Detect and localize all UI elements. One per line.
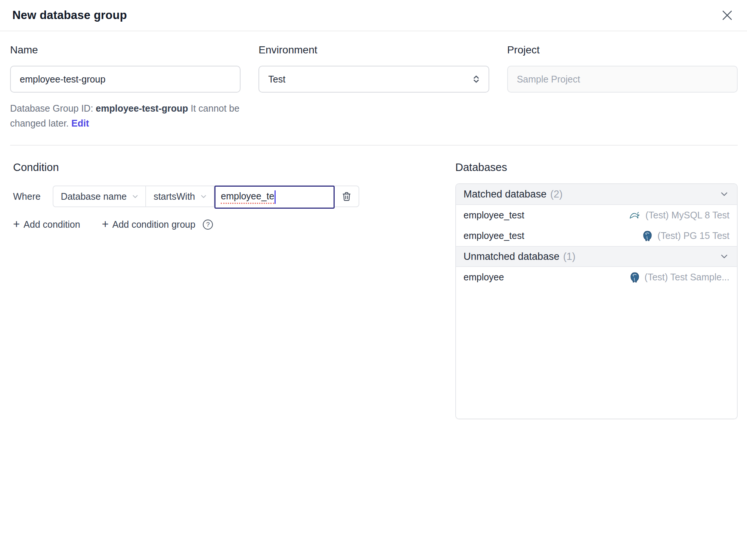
new-database-group-dialog: New database group Name Environment Test bbox=[0, 0, 747, 560]
condition-databases-row: Condition Where Database name bbox=[10, 161, 738, 560]
trash-icon bbox=[341, 191, 352, 202]
database-group-id-value: employee-test-group bbox=[96, 103, 188, 113]
add-condition-label: Add condition bbox=[24, 219, 80, 230]
condition-section: Condition Where Database name bbox=[10, 161, 440, 560]
dialog-title: New database group bbox=[12, 9, 127, 22]
matched-database-count: (2) bbox=[550, 189, 562, 200]
database-instance: (Test) MySQL 8 Test bbox=[645, 210, 729, 221]
database-instance: (Test) PG 15 Test bbox=[657, 230, 729, 241]
delete-condition-button[interactable] bbox=[335, 186, 359, 206]
project-field-group: Project bbox=[507, 44, 738, 93]
add-condition-group-label: Add condition group bbox=[112, 219, 195, 230]
environment-label: Environment bbox=[258, 44, 489, 56]
databases-section: Databases Matched database(2) bbox=[455, 161, 738, 560]
chevron-down-icon bbox=[719, 251, 729, 262]
database-name: employee_test bbox=[464, 230, 524, 241]
condition-value-text: employee_te bbox=[221, 191, 274, 204]
name-label: Name bbox=[10, 44, 241, 56]
condition-expression-group: Database name startsWith bbox=[53, 186, 360, 207]
up-down-chevrons-icon bbox=[471, 74, 481, 84]
condition-row: Where Database name startsWith bbox=[13, 186, 440, 207]
panel-empty-space bbox=[456, 287, 737, 419]
environment-selected-value: Test bbox=[268, 74, 285, 85]
section-divider bbox=[10, 145, 738, 146]
database-row: employee_test (Test) PG 15 Test bbox=[456, 225, 737, 246]
helper-prefix: Database Group ID: bbox=[10, 103, 96, 113]
mysql-icon bbox=[629, 210, 641, 221]
name-input[interactable] bbox=[10, 66, 241, 93]
database-group-id-helper: Database Group ID: employee-test-group I… bbox=[10, 101, 245, 131]
plus-icon: + bbox=[102, 218, 109, 230]
name-field-group: Name bbox=[10, 44, 241, 93]
chevron-down-icon bbox=[719, 189, 729, 199]
unmatched-database-label: Unmatched database bbox=[464, 251, 560, 262]
matched-database-label: Matched database bbox=[464, 189, 546, 200]
unmatched-database-count: (1) bbox=[563, 251, 576, 262]
database-row: employee_test (Test) MySQL 8 Test bbox=[456, 205, 737, 225]
plus-icon: + bbox=[13, 218, 20, 230]
database-row: employee (Test) Test Sample... bbox=[456, 267, 737, 287]
help-icon[interactable]: ? bbox=[203, 220, 213, 230]
add-condition-group-button[interactable]: + Add condition group ? bbox=[102, 219, 213, 230]
dialog-body: Name Environment Test Project bbox=[0, 31, 747, 560]
matched-database-header[interactable]: Matched database(2) bbox=[456, 184, 737, 205]
project-input bbox=[507, 66, 738, 93]
condition-field-value: Database name bbox=[61, 191, 127, 202]
edit-id-link[interactable]: Edit bbox=[71, 118, 89, 128]
condition-field-select[interactable]: Database name bbox=[53, 186, 146, 206]
database-name: employee_test bbox=[464, 210, 524, 221]
project-label: Project bbox=[507, 44, 738, 56]
databases-panel: Matched database(2) employee_test bbox=[455, 183, 738, 419]
form-row: Name Environment Test Project bbox=[10, 44, 738, 93]
condition-title: Condition bbox=[13, 161, 440, 174]
add-condition-button[interactable]: + Add condition bbox=[13, 219, 80, 230]
close-button[interactable] bbox=[719, 7, 736, 24]
database-name: employee bbox=[464, 272, 504, 283]
environment-field-group: Environment Test bbox=[258, 44, 489, 93]
condition-operator-select[interactable]: startsWith bbox=[146, 186, 214, 206]
environment-select[interactable]: Test bbox=[258, 66, 489, 93]
dialog-header: New database group bbox=[0, 0, 747, 31]
postgresql-icon bbox=[629, 272, 640, 283]
where-label: Where bbox=[13, 191, 41, 202]
postgresql-icon bbox=[642, 230, 653, 242]
chevron-down-icon bbox=[131, 192, 139, 200]
unmatched-database-header[interactable]: Unmatched database(1) bbox=[456, 246, 737, 267]
text-caret bbox=[275, 190, 276, 204]
condition-operator-value: startsWith bbox=[154, 191, 195, 202]
close-icon bbox=[720, 8, 734, 22]
databases-title: Databases bbox=[455, 161, 738, 174]
database-instance: (Test) Test Sample... bbox=[645, 272, 729, 283]
condition-value-input[interactable]: employee_te bbox=[214, 186, 335, 209]
chevron-down-icon bbox=[199, 192, 208, 200]
condition-actions: + Add condition + Add condition group ? bbox=[13, 219, 440, 230]
